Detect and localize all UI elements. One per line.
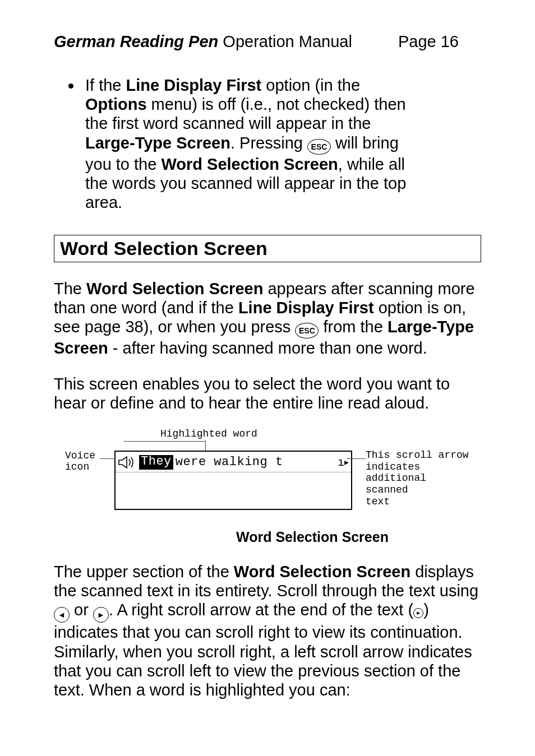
header-title-rest: Operation Manual bbox=[218, 33, 352, 50]
header-title-emphasis: German Reading Pen bbox=[54, 33, 218, 50]
callout-line bbox=[347, 458, 366, 459]
lcd-screen: They were walking t ı▸ bbox=[114, 451, 352, 510]
callout-line bbox=[205, 440, 206, 452]
word-selection-figure: Highlighted word Voice icon They were wa… bbox=[54, 428, 481, 523]
bullet-strong: Line Display First bbox=[126, 76, 262, 94]
scroll-arrow-label: This scroll arrow indicates additional s… bbox=[366, 449, 469, 507]
right-arrow-icon: ► bbox=[93, 607, 109, 623]
scroll-label-line: This scroll arrow bbox=[366, 449, 469, 461]
para-text: - after having scanned more than one wor… bbox=[108, 339, 427, 357]
para-strong: Line Display First bbox=[238, 299, 374, 317]
page-header: German Reading Pen Operation Manual Page… bbox=[54, 33, 481, 51]
highlighted-word-label: Highlighted word bbox=[160, 428, 257, 439]
section-heading: Word Selection Screen bbox=[60, 238, 475, 259]
scroll-label-line: scanned bbox=[366, 484, 408, 495]
info-bullet-list: If the Line Display First option (in the… bbox=[82, 76, 481, 212]
bullet-text: . Pressing bbox=[230, 134, 307, 152]
para-strong: Word Selection Screen bbox=[234, 563, 411, 581]
voice-label-line: Voice bbox=[65, 450, 95, 461]
section-heading-box: Word Selection Screen bbox=[54, 235, 481, 262]
info-bullet-item: If the Line Display First option (in the… bbox=[82, 76, 422, 212]
lcd-plain-text: were walking t bbox=[173, 455, 285, 469]
para-text: indicates that you can scroll right to v… bbox=[54, 623, 472, 699]
bullet-text: If the bbox=[85, 76, 126, 94]
figure-caption: Word Selection Screen bbox=[144, 529, 481, 545]
paragraph-1: The Word Selection Screen appears after … bbox=[54, 279, 481, 358]
page-number: Page 16 bbox=[398, 33, 459, 51]
header-title: German Reading Pen Operation Manual bbox=[54, 33, 352, 51]
para-strong: Word Selection Screen bbox=[86, 280, 263, 298]
para-text: from the bbox=[319, 318, 388, 336]
scroll-label-line: additional bbox=[366, 472, 426, 484]
esc-key-icon: ESC bbox=[307, 139, 331, 155]
lcd-text-line: They were walking t ı▸ bbox=[116, 452, 351, 472]
bullet-strong: Large-Type Screen bbox=[85, 134, 230, 152]
svg-marker-0 bbox=[119, 457, 127, 468]
bullet-strong: Word Selection Screen bbox=[161, 155, 338, 173]
speaker-icon bbox=[118, 456, 138, 469]
callout-line bbox=[123, 441, 205, 442]
scroll-arrow-icon: ı▸ bbox=[338, 455, 350, 469]
bullet-text: option (in the bbox=[261, 76, 360, 94]
para-text: The upper section of the bbox=[54, 563, 234, 581]
mini-right-arrow-icon: ► bbox=[413, 608, 423, 618]
para-text: or bbox=[70, 601, 93, 619]
left-arrow-icon: ◄ bbox=[54, 607, 70, 623]
para-text: . A right scroll arrow at the end of the… bbox=[109, 601, 408, 619]
bullet-strong: Options bbox=[85, 95, 147, 113]
para-text: The bbox=[54, 280, 86, 298]
voice-label-line: icon bbox=[65, 461, 89, 472]
scroll-label-line: text bbox=[366, 496, 390, 507]
scroll-label-line: indicates bbox=[366, 461, 420, 472]
paragraph-2: This screen enables you to select the wo… bbox=[54, 374, 481, 412]
voice-icon-label: Voice icon bbox=[65, 451, 95, 473]
lcd-highlighted-word: They bbox=[139, 455, 173, 470]
esc-key-icon: ESC bbox=[295, 323, 319, 338]
paragraph-3: The upper section of the Word Selection … bbox=[54, 562, 481, 699]
